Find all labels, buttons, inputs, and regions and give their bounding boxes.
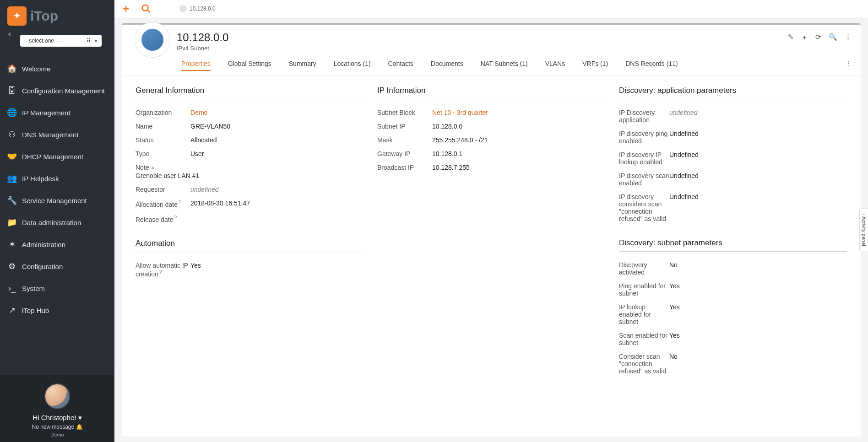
tab-nat-subnets[interactable]: NAT Subnets (1) xyxy=(481,60,528,71)
field-label: Allocation date? xyxy=(136,199,190,208)
more-icon[interactable]: ⋮ xyxy=(845,33,852,42)
field-label: Consider scan "connection refused" as va… xyxy=(619,353,669,375)
refresh-icon[interactable]: ⟳ xyxy=(815,33,821,42)
user-greeting[interactable]: Hi Christophe! ▾ xyxy=(5,414,110,422)
tab-locations[interactable]: Locations (1) xyxy=(334,60,371,71)
breadcrumb-tab[interactable]: 10.128.0.0 xyxy=(179,5,216,12)
field-label: Gateway IP xyxy=(377,150,432,157)
wrench-icon: 🔧 xyxy=(6,195,17,206)
section-discovery-subnet: Discovery: subnet parameters Discovery a… xyxy=(619,238,847,378)
field-label: Release date? xyxy=(136,215,190,223)
org-tree-icon: ⠿ xyxy=(87,38,91,44)
main-nav: 🏠Welcome 🗄Configuration Management 🌐IP M… xyxy=(0,58,114,375)
field-label: Ping enabled for subnet xyxy=(619,282,669,297)
section-title: Discovery: application parameters xyxy=(619,86,847,99)
field-value: No xyxy=(669,261,678,276)
field-value: GRE-VLAN50 xyxy=(190,123,230,130)
field-value: Allocated xyxy=(190,136,217,144)
field-label: Note ✕ xyxy=(136,164,190,171)
search-icon[interactable]: 🔍 xyxy=(829,33,837,42)
topbar: 10.128.0.0 xyxy=(114,0,868,17)
nav-configuration[interactable]: ⚙Configuration xyxy=(0,255,114,277)
terminal-icon: ›_ xyxy=(6,283,17,294)
object-tabs: Properties Global Settings Summary Locat… xyxy=(122,52,861,76)
nav-system[interactable]: ›_System xyxy=(0,277,114,299)
field-value: No xyxy=(669,353,678,375)
nav-dhcp-mgmt[interactable]: 🤝DHCP Management xyxy=(0,146,114,167)
field-value: Undefined xyxy=(669,130,699,145)
field-value: undefined xyxy=(669,109,698,124)
field-label: Scan enabled for subnet xyxy=(619,332,669,346)
field-label: Subnet Block xyxy=(377,109,432,116)
activity-panel-toggle[interactable]: ‹ Activity panel xyxy=(859,208,868,251)
field-label: IP discovery scan enabled xyxy=(619,172,669,187)
field-value: 10.128.7.255 xyxy=(432,164,470,171)
edit-icon[interactable]: ✎ xyxy=(788,33,794,42)
field-label: Requestor xyxy=(136,186,190,193)
database-icon: 🗄 xyxy=(6,85,17,96)
logo-icon: ✦ xyxy=(7,6,27,26)
section-title: IP Information xyxy=(377,86,605,99)
nav-service-mgmt[interactable]: 🔧Service Management xyxy=(0,189,114,211)
chevron-down-icon: ▼ xyxy=(94,39,98,43)
tab-vlans[interactable]: VLANs xyxy=(545,60,565,71)
avatar[interactable] xyxy=(44,383,70,409)
field-label: IP discovery ping enabled xyxy=(619,130,669,145)
nav-welcome[interactable]: 🏠Welcome xyxy=(0,58,114,80)
field-value: 2018-08-30 16:51:47 xyxy=(190,199,250,208)
field-label: Discovery activated xyxy=(619,261,669,276)
brand-name: iTop xyxy=(30,8,58,24)
tab-contacts[interactable]: Contacts xyxy=(388,60,413,71)
chevron-left-icon: ‹ xyxy=(861,213,867,215)
chevron-down-icon: ▾ xyxy=(78,414,82,421)
nav-dns-mgmt[interactable]: ⚇DNS Management xyxy=(0,124,114,146)
tab-dns-records[interactable]: DNS Records (11) xyxy=(625,60,678,71)
share-icon: ↗ xyxy=(6,305,17,316)
collapse-sidebar-button[interactable] xyxy=(6,31,13,38)
bell-icon[interactable]: 🔔 xyxy=(76,424,83,430)
search-button[interactable] xyxy=(141,4,151,14)
close-icon[interactable]: ✕ xyxy=(151,165,155,171)
tab-summary[interactable]: Summary xyxy=(289,60,316,71)
sitemap-icon: ⚇ xyxy=(6,129,17,140)
tab-vrfs[interactable]: VRFs (1) xyxy=(582,60,608,71)
tab-properties[interactable]: Properties xyxy=(181,60,211,71)
nav-config-mgmt[interactable]: 🗄Configuration Management xyxy=(0,80,114,102)
field-value: Undefined xyxy=(669,193,699,222)
create-button[interactable] xyxy=(121,4,131,14)
object-toolbar: ✎ ＋ ⟳ 🔍 ⋮ xyxy=(788,33,852,42)
tab-global-settings[interactable]: Global Settings xyxy=(228,60,271,71)
section-title: Automation xyxy=(136,239,363,252)
organization-select[interactable]: -- select one -- ⠿ ▼ xyxy=(20,35,102,47)
field-value: 10.128.0.0 xyxy=(432,123,462,130)
logo: ✦ iTop xyxy=(0,0,114,35)
section-discovery-app: Discovery: application parameters IP Dis… xyxy=(619,86,847,226)
user-block: Hi Christophe! ▾ No new message 🔔 Demo xyxy=(0,375,114,442)
section-title: Discovery: subnet parameters xyxy=(619,238,847,252)
add-icon[interactable]: ＋ xyxy=(801,33,808,42)
field-label: Name xyxy=(136,123,190,130)
tabs-more-icon[interactable]: ⋮ xyxy=(845,60,852,67)
nav-ip-helpdesk[interactable]: 👥IP Helpdesk xyxy=(0,167,114,189)
home-icon: 🏠 xyxy=(6,63,17,74)
field-value: User xyxy=(190,150,204,157)
nav-data-admin[interactable]: 📁Data administration xyxy=(0,211,114,233)
nav-administration[interactable]: ✶Administration xyxy=(0,233,114,255)
field-value: Yes xyxy=(669,303,680,325)
organization-link[interactable]: Demo xyxy=(190,109,207,116)
field-value: Yes xyxy=(669,332,680,346)
field-label: Broadcast IP xyxy=(377,164,432,171)
field-label: IP discovery IP lookup enabled xyxy=(619,151,669,166)
nav-ip-mgmt[interactable]: 🌐IP Management xyxy=(0,102,114,124)
org-select-placeholder: -- select one -- xyxy=(24,38,59,44)
svg-line-3 xyxy=(147,10,150,12)
tab-documents[interactable]: Documents xyxy=(431,60,463,71)
nav-itop-hub[interactable]: ↗iTop Hub xyxy=(0,299,114,321)
subnet-block-link[interactable]: Net 10 - 3rd quarter xyxy=(432,109,488,116)
field-value: Yes xyxy=(190,262,201,278)
field-value: Undefined xyxy=(669,151,699,166)
section-title: General Information xyxy=(136,86,363,99)
field-value: undefined xyxy=(190,186,219,193)
field-value: Yes xyxy=(669,282,680,297)
field-label: Allow automatic IP creation? xyxy=(136,262,190,278)
